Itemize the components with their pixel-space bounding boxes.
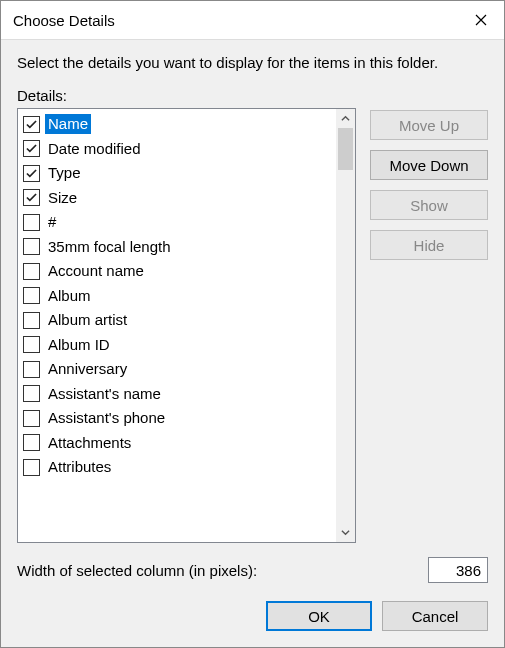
instruction-text: Select the details you want to display f… [17, 54, 488, 71]
cancel-button[interactable]: Cancel [382, 601, 488, 631]
list-item-label: Assistant's phone [45, 408, 168, 428]
scroll-up-button[interactable] [336, 109, 355, 128]
list-item[interactable]: Anniversary [21, 357, 336, 382]
checkbox[interactable] [23, 238, 40, 255]
list-item[interactable]: Name [21, 112, 336, 137]
list-item[interactable]: Account name [21, 259, 336, 284]
checkbox[interactable] [23, 410, 40, 427]
show-button[interactable]: Show [370, 190, 488, 220]
list-item-label: Assistant's name [45, 384, 164, 404]
list-item[interactable]: Type [21, 161, 336, 186]
chevron-down-icon [341, 528, 350, 537]
checkbox[interactable] [23, 336, 40, 353]
move-down-button[interactable]: Move Down [370, 150, 488, 180]
width-label: Width of selected column (in pixels): [17, 562, 428, 579]
scroll-down-button[interactable] [336, 523, 355, 542]
list-item[interactable]: Album artist [21, 308, 336, 333]
side-button-group: Move Up Move Down Show Hide [370, 108, 488, 543]
list-item-label: Account name [45, 261, 147, 281]
list-item[interactable]: Attachments [21, 431, 336, 456]
checkbox[interactable] [23, 116, 40, 133]
list-item[interactable]: Attributes [21, 455, 336, 480]
ok-button[interactable]: OK [266, 601, 372, 631]
list-item[interactable]: Size [21, 186, 336, 211]
list-item-label: Attachments [45, 433, 134, 453]
list-item[interactable]: Album [21, 284, 336, 309]
scrollbar-thumb[interactable] [338, 128, 353, 170]
details-listbox[interactable]: NameDate modifiedTypeSize#35mm focal len… [17, 108, 356, 543]
list-item-label: Size [45, 188, 80, 208]
list-item-label: Anniversary [45, 359, 130, 379]
details-list-items: NameDate modifiedTypeSize#35mm focal len… [18, 109, 336, 542]
list-item[interactable]: Album ID [21, 333, 336, 358]
title-bar: Choose Details [1, 1, 504, 40]
details-label: Details: [17, 87, 488, 104]
width-row: Width of selected column (in pixels): [17, 557, 488, 583]
checkbox[interactable] [23, 214, 40, 231]
close-button[interactable] [458, 1, 504, 39]
width-input[interactable] [428, 557, 488, 583]
list-item-label: Type [45, 163, 84, 183]
details-pane: NameDate modifiedTypeSize#35mm focal len… [17, 108, 488, 543]
checkbox[interactable] [23, 140, 40, 157]
list-item-label: Attributes [45, 457, 114, 477]
checkbox[interactable] [23, 434, 40, 451]
move-up-button[interactable]: Move Up [370, 110, 488, 140]
dialog-title: Choose Details [13, 12, 458, 29]
checkbox[interactable] [23, 385, 40, 402]
scrollbar-track[interactable] [336, 128, 355, 523]
checkbox[interactable] [23, 287, 40, 304]
checkbox[interactable] [23, 263, 40, 280]
list-item[interactable]: Date modified [21, 137, 336, 162]
list-item-label: Date modified [45, 139, 144, 159]
hide-button[interactable]: Hide [370, 230, 488, 260]
list-item[interactable]: Assistant's name [21, 382, 336, 407]
checkbox[interactable] [23, 361, 40, 378]
list-item-label: # [45, 212, 59, 232]
chevron-up-icon [341, 114, 350, 123]
list-item-label: Name [45, 114, 91, 134]
list-item-label: Album ID [45, 335, 113, 355]
list-item[interactable]: # [21, 210, 336, 235]
close-icon [475, 14, 487, 26]
list-item-label: Album [45, 286, 94, 306]
checkbox[interactable] [23, 312, 40, 329]
list-item-label: Album artist [45, 310, 130, 330]
client-area: Select the details you want to display f… [1, 40, 504, 647]
checkbox[interactable] [23, 459, 40, 476]
dialog-footer: OK Cancel [17, 601, 488, 631]
vertical-scrollbar[interactable] [336, 109, 355, 542]
list-item[interactable]: Assistant's phone [21, 406, 336, 431]
list-item[interactable]: 35mm focal length [21, 235, 336, 260]
list-item-label: 35mm focal length [45, 237, 174, 257]
choose-details-dialog: Choose Details Select the details you wa… [0, 0, 505, 648]
checkbox[interactable] [23, 189, 40, 206]
checkbox[interactable] [23, 165, 40, 182]
